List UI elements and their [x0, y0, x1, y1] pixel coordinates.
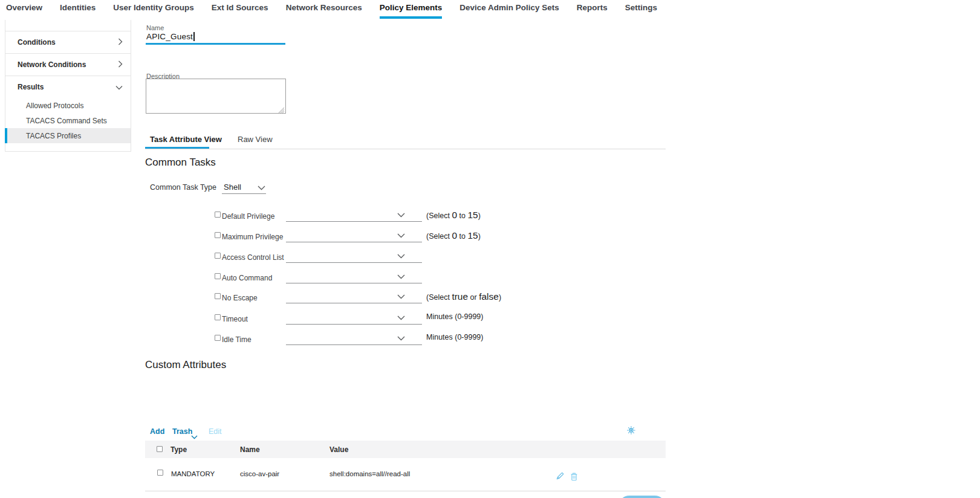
- row-value: shell:domains=all//read-all: [329, 470, 410, 477]
- task-row-idle-time: Idle Time Minutes (0-9999): [215, 332, 666, 348]
- sidebar-item-label: TACACS Profiles: [26, 132, 81, 140]
- tab-divider: [145, 149, 666, 149]
- name-field-label: Name: [146, 24, 164, 31]
- common-tasks-heading: Common Tasks: [145, 157, 216, 169]
- sidebar-item-tacacs-profiles[interactable]: TACACS Profiles: [5, 128, 131, 143]
- task-row-label: Timeout: [222, 315, 248, 323]
- name-input[interactable]: APIC_Guest: [146, 32, 195, 41]
- task-row-label: No Escape: [222, 294, 258, 302]
- task-row-timeout: Timeout Minutes (0-9999): [215, 311, 666, 327]
- task-row-label: Default Privilege: [222, 212, 274, 221]
- custom-attributes-heading: Custom Attributes: [145, 359, 226, 371]
- nav-item-network-resources[interactable]: Network Resources: [286, 0, 362, 20]
- tab-raw-view[interactable]: Raw View: [238, 135, 273, 144]
- save-button-partial[interactable]: [618, 496, 666, 498]
- trash-button[interactable]: Trash: [172, 427, 192, 436]
- access-control-list-select[interactable]: [286, 250, 422, 263]
- chevron-down-icon: [397, 294, 405, 299]
- common-task-type-value: Shell: [224, 183, 241, 192]
- sidebar-item-tacacs-command-sets[interactable]: TACACS Command Sets: [5, 113, 131, 128]
- sidebar-item-label: Network Conditions: [18, 60, 86, 69]
- sidebar-item-allowed-protocols[interactable]: Allowed Protocols: [5, 98, 131, 113]
- select-all-checkbox[interactable]: [157, 446, 163, 452]
- nav-item-ext-id-sources[interactable]: Ext Id Sources: [212, 0, 268, 20]
- row-checkbox[interactable]: [157, 470, 163, 476]
- chevron-down-icon: [397, 274, 405, 279]
- task-row-hint: (Select 0 to 15): [426, 230, 481, 241]
- auto-command-checkbox[interactable]: [215, 273, 221, 279]
- default-privilege-select[interactable]: [286, 209, 422, 222]
- nav-item-user-identity-groups[interactable]: User Identity Groups: [113, 0, 194, 20]
- table-row[interactable]: MANDATORY cisco-av-pair shell:domains=al…: [145, 458, 666, 491]
- task-row-default-privilege: Default Privilege (Select 0 to 15): [215, 209, 666, 224]
- tab-task-attribute-view[interactable]: Task Attribute View: [150, 135, 222, 144]
- task-row-label: Access Control List: [222, 253, 284, 262]
- task-row-maximum-privilege: Maximum Privilege (Select 0 to 15): [215, 229, 666, 245]
- text-cursor: [193, 32, 195, 41]
- nav-item-settings[interactable]: Settings: [625, 0, 657, 20]
- sidebar-item-label: Allowed Protocols: [26, 102, 83, 110]
- maximum-privilege-checkbox[interactable]: [215, 232, 221, 238]
- idle-time-select[interactable]: [286, 332, 422, 345]
- description-textarea[interactable]: [146, 79, 286, 114]
- sidebar-item-label: TACACS Command Sets: [26, 117, 107, 125]
- chevron-down-icon: [397, 315, 405, 320]
- nav-item-overview[interactable]: Overview: [6, 0, 42, 20]
- common-task-type-select[interactable]: Shell: [222, 181, 266, 194]
- access-control-list-checkbox[interactable]: [215, 253, 221, 259]
- name-input-underline: [146, 43, 285, 45]
- add-button[interactable]: Add: [150, 427, 164, 436]
- chevron-down-icon: [397, 213, 405, 218]
- no-escape-select[interactable]: [286, 290, 422, 303]
- task-row-hint: (Select true or false): [426, 291, 501, 302]
- default-privilege-checkbox[interactable]: [215, 212, 221, 218]
- nav-item-device-admin-policy-sets[interactable]: Device Admin Policy Sets: [459, 0, 559, 20]
- sidebar-item-conditions[interactable]: Conditions: [5, 31, 131, 53]
- chevron-down-icon: [397, 336, 405, 341]
- timeout-checkbox[interactable]: [215, 314, 221, 320]
- top-navigation: Overview Identities User Identity Groups…: [0, 0, 980, 20]
- sidebar-item-results[interactable]: Results: [5, 76, 131, 98]
- sidebar-bottom-padding: [5, 143, 131, 151]
- delete-trash-icon[interactable]: [570, 471, 579, 483]
- column-header-type: Type: [170, 445, 187, 454]
- nav-item-reports[interactable]: Reports: [577, 0, 608, 20]
- task-row-auto-command: Auto Command: [215, 270, 666, 286]
- name-input-value: APIC_Guest: [146, 32, 193, 41]
- chevron-right-icon: [118, 59, 123, 70]
- timeout-select[interactable]: [286, 311, 422, 325]
- sidebar-item-label: Conditions: [18, 38, 56, 47]
- idle-time-checkbox[interactable]: [215, 335, 221, 341]
- sidebar-spacer: [5, 20, 131, 31]
- column-header-name: Name: [240, 445, 260, 454]
- chevron-down-icon: [397, 233, 405, 238]
- task-row-access-control-list: Access Control List: [215, 250, 666, 265]
- column-header-value: Value: [329, 445, 348, 454]
- sidebar-item-network-conditions[interactable]: Network Conditions: [5, 53, 131, 76]
- chevron-right-icon: [118, 37, 123, 48]
- sidebar-item-label: Results: [18, 83, 44, 91]
- chevron-down-icon: [397, 254, 405, 259]
- edit-button[interactable]: Edit: [209, 427, 222, 436]
- task-row-hint: Minutes (0-9999): [426, 333, 484, 341]
- edit-pencil-icon[interactable]: [555, 471, 565, 483]
- maximum-privilege-select[interactable]: [286, 229, 422, 242]
- no-escape-checkbox[interactable]: [215, 293, 221, 299]
- nav-item-identities[interactable]: Identities: [60, 0, 96, 20]
- custom-attributes-toolbar: Add Trash Edit: [145, 426, 666, 438]
- task-row-hint: (Select 0 to 15): [426, 210, 481, 221]
- chevron-down-icon: [258, 186, 265, 190]
- attributes-table-header: Type Name Value: [145, 441, 666, 458]
- row-type: MANDATORY: [171, 470, 215, 477]
- main-content: Name APIC_Guest Description Task Attribu…: [145, 20, 666, 498]
- nav-item-policy-elements[interactable]: Policy Elements: [380, 0, 443, 20]
- auto-command-select[interactable]: [286, 270, 422, 283]
- task-row-label: Auto Command: [222, 274, 272, 282]
- common-task-type-label: Common Task Type: [150, 183, 216, 192]
- task-row-hint: Minutes (0-9999): [426, 312, 484, 321]
- task-row-label: Maximum Privilege: [222, 233, 283, 241]
- sidebar: Conditions Network Conditions Results Al…: [5, 20, 131, 152]
- task-row-no-escape: No Escape (Select true or false): [215, 290, 666, 306]
- gear-icon[interactable]: [627, 426, 635, 437]
- chevron-down-icon: [115, 82, 123, 92]
